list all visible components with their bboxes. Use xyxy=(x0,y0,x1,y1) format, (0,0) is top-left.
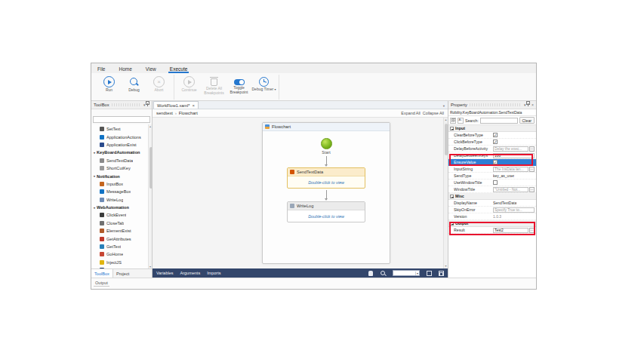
breadcrumb-current[interactable]: Flowchart xyxy=(179,111,198,115)
run-button[interactable]: Run xyxy=(97,75,122,100)
property-row-delaybeforeactivity[interactable]: DelayBeforeActivity Delay the exec... ..… xyxy=(448,146,536,152)
arguments-button[interactable]: Arguments xyxy=(180,271,201,275)
toolbox-search-input[interactable] xyxy=(93,116,150,123)
activity-writelog-body[interactable]: Double-click to view xyxy=(288,210,365,222)
breadcrumb-root[interactable]: sendtext xyxy=(156,111,173,115)
section-misc[interactable]: Misc xyxy=(448,193,536,200)
toolbox-item[interactable]: ▾ SetText xyxy=(93,125,147,133)
value-input[interactable]: Specify True to... xyxy=(493,207,535,213)
value-input[interactable]: Test2 xyxy=(493,228,528,233)
toolbox-item[interactable]: ▾ MessageBox xyxy=(93,188,147,195)
categorized-view-button[interactable] xyxy=(450,118,456,124)
checkbox-unchecked[interactable] xyxy=(493,180,498,185)
ellipsis-button[interactable]: ... xyxy=(529,228,535,233)
scroll-up-icon[interactable]: ▴ xyxy=(149,124,152,128)
ellipsis-button[interactable]: ... xyxy=(529,146,535,152)
debug-button[interactable]: Debug xyxy=(122,75,146,100)
start-node[interactable] xyxy=(321,138,332,149)
value-input[interactable]: 100 xyxy=(493,153,535,158)
menu-view[interactable]: View xyxy=(144,66,158,73)
activity-writelog[interactable]: WriteLog Double-click to view xyxy=(287,201,365,222)
fit-to-screen-icon[interactable] xyxy=(427,271,432,276)
flowchart-header[interactable]: Flowchart xyxy=(263,123,390,131)
continue-button[interactable]: Continue xyxy=(177,75,202,100)
toolbox-item[interactable]: ▾ ElementExist xyxy=(93,227,147,235)
section-input[interactable]: Input xyxy=(448,125,536,132)
collapse-section-icon[interactable] xyxy=(450,222,454,225)
value-input[interactable]: "Untitled - Not... xyxy=(493,187,528,192)
checkbox-checked[interactable]: ✓ xyxy=(493,140,498,144)
section-output[interactable]: Output xyxy=(448,220,536,227)
pin-icon[interactable] xyxy=(528,103,529,106)
toolbox-item[interactable]: ▾ CloseTab xyxy=(93,219,147,227)
checkbox-checked[interactable]: ✓ xyxy=(493,160,498,164)
value-text[interactable]: SendTextData xyxy=(493,201,516,205)
scrollbar-thumb[interactable] xyxy=(149,147,153,189)
toolbox-item[interactable]: ▾ GetAttributes xyxy=(93,235,147,242)
collapse-section-icon[interactable] xyxy=(450,195,454,198)
expand-all-button[interactable]: Expand All xyxy=(401,111,420,115)
tab-toolbox[interactable]: ToolBox xyxy=(91,269,113,278)
toolbox-item[interactable]: ▾ InjectJS xyxy=(93,259,147,266)
collapse-all-button[interactable]: Collapse All xyxy=(423,111,444,115)
ellipsis-button[interactable]: ... xyxy=(529,187,535,192)
toolbox-item[interactable]: ▾ ApplicationExist xyxy=(93,141,147,149)
activity-sendtextdata[interactable]: SendTextData Double-click to view xyxy=(287,167,365,189)
property-row-clickbeforetype[interactable]: ClickBeforeType ✓ xyxy=(448,139,536,146)
pan-hand-icon[interactable] xyxy=(368,271,373,276)
property-row-ensurevalue[interactable]: EnsureValue ✓ xyxy=(448,159,536,166)
property-row-displayname[interactable]: DisplayName SendTextData xyxy=(448,200,536,207)
toolbox-item[interactable]: ▾ GoHome xyxy=(93,250,147,258)
zoom-magnifier-icon[interactable] xyxy=(380,270,386,276)
property-row-version[interactable]: Version 1.0.3 xyxy=(448,213,536,220)
value-input[interactable]: The InsData lan... xyxy=(493,167,528,172)
overview-icon[interactable] xyxy=(439,271,444,276)
clear-button[interactable]: Clear xyxy=(519,117,535,124)
value-input[interactable]: Delay the exec... xyxy=(493,146,528,152)
toolbox-item[interactable]: ▾ ClickEvent xyxy=(93,211,147,219)
property-row-sendtype[interactable]: SendType key_as_user xyxy=(448,173,536,179)
output-tab[interactable]: Output xyxy=(94,281,109,287)
flowchart-container[interactable]: Flowchart Start SendTextData xyxy=(262,122,390,264)
property-row-result[interactable]: Result Test2 ... xyxy=(448,227,536,234)
toolbox-item[interactable]: ▾ GetText xyxy=(93,243,147,250)
collapse-section-icon[interactable] xyxy=(450,127,454,130)
toolbox-item[interactable]: ▾ WriteLog xyxy=(93,196,147,204)
property-row-windowtitle[interactable]: WindowTitle "Untitled - Not... ... xyxy=(448,186,536,193)
menu-file[interactable]: File xyxy=(96,66,106,73)
pin-icon[interactable] xyxy=(147,103,149,106)
property-row-delaybetweenkeys[interactable]: DelayBetweenKeys 100 xyxy=(448,152,536,159)
toolbox-scrollbar[interactable]: ▴ ▾ xyxy=(148,124,152,268)
zoom-level-select[interactable]: ▾ xyxy=(393,270,420,276)
toolbox-item[interactable]: ▾ GoBack xyxy=(93,266,147,268)
toolbox-item[interactable]: ▾ SendTextData xyxy=(93,157,147,164)
property-search-input[interactable] xyxy=(480,118,518,124)
property-row-usewindowtitle[interactable]: UseWindowTitle xyxy=(448,179,536,186)
delete-all-breakpoints-button[interactable]: Delete All Breakpoints xyxy=(202,75,226,100)
tab-overflow-icon[interactable]: ▾ xyxy=(441,104,447,109)
close-icon[interactable]: × xyxy=(532,103,534,107)
menu-execute[interactable]: Execute xyxy=(168,66,190,73)
value-text[interactable]: key_as_user xyxy=(493,173,514,178)
sort-alphabetical-button[interactable]: A↓ xyxy=(458,118,464,124)
toolbox-item[interactable]: ▾ InputBox xyxy=(93,180,147,188)
close-tab-icon[interactable]: × xyxy=(192,103,195,108)
ellipsis-button[interactable]: ... xyxy=(529,167,535,172)
toolbox-item[interactable]: ▾ KeyBoardAutomation xyxy=(93,149,147,156)
toolbox-item[interactable]: ▾ ShortCutKey xyxy=(93,164,147,172)
tab-project[interactable]: Project xyxy=(113,269,132,278)
scroll-down-icon[interactable]: ▾ xyxy=(149,265,152,268)
toolbox-item[interactable]: ▾ ApplicationActions xyxy=(93,133,147,140)
toolbox-item[interactable]: ▾ WebAutomation xyxy=(93,204,147,211)
property-row-inputstring[interactable]: InputString The InsData lan... ... xyxy=(448,166,536,173)
property-row-clearbeforetype[interactable]: ClearBeforeType ✓ xyxy=(448,132,536,139)
checkbox-checked[interactable]: ✓ xyxy=(493,133,498,137)
toolbox-item[interactable]: ▾ Notification xyxy=(93,172,147,179)
debug-timer-button[interactable]: Debug Timer ▾ xyxy=(251,75,276,100)
workflow-canvas[interactable]: Flowchart Start SendTextData xyxy=(153,118,448,268)
toggle-breakpoint-button[interactable]: Toggle Breakpoint xyxy=(226,75,251,100)
imports-button[interactable]: Imports xyxy=(207,271,220,275)
property-row-skiponerror[interactable]: SkipOnError Specify True to... xyxy=(448,207,536,213)
activity-sendtextdata-body[interactable]: Double-click to view xyxy=(288,176,365,188)
variables-button[interactable]: Variables xyxy=(156,271,174,275)
